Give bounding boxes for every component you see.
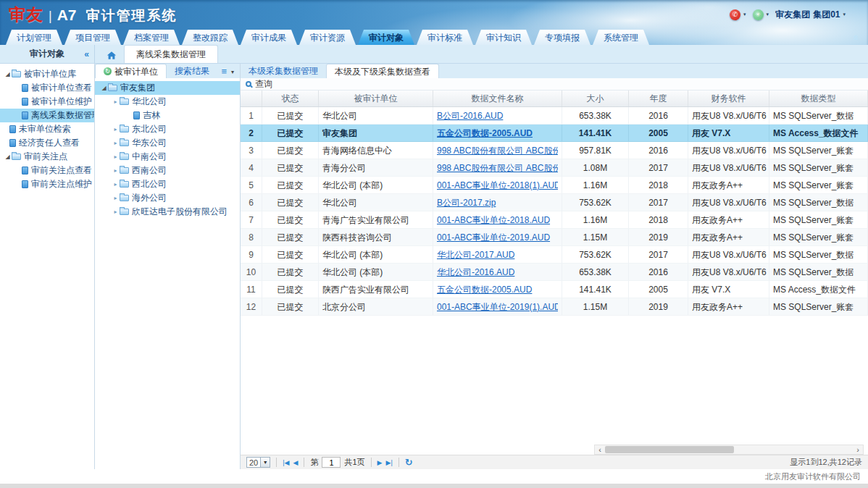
list-menu-icon[interactable]: ≡ [220, 66, 228, 78]
table-row[interactable]: 2已提交审友集团五金公司数据-2005.AUD141.41K2005用友 V7.… [241, 125, 868, 142]
data-file-link[interactable]: 华北公司-2016.AUD [437, 264, 558, 281]
nav-tab-special-report[interactable]: 专项填报 [534, 30, 591, 45]
data-file-link[interactable]: B公司-2017.zip [437, 194, 558, 211]
first-page-button[interactable]: |◀ [283, 459, 289, 466]
table-row[interactable]: 4已提交青海分公司998 ABC股份有限公司 ABC股份有限公司1.08M201… [241, 159, 868, 177]
home-icon[interactable] [107, 51, 117, 60]
nav-tab-audit-resources[interactable]: 审计资源 [299, 30, 356, 45]
page-size-select[interactable]: 20 ▼ [246, 457, 270, 468]
org-node-southwest[interactable]: ▸西南公司 [95, 164, 240, 177]
nav-tab-plan-mgmt[interactable]: 计划管理 [6, 30, 62, 45]
collapse-sidebar-icon[interactable]: « [84, 49, 89, 59]
table-row[interactable]: 7已提交青海广告实业有限公司001-ABC事业单位-2018.AUD1.16M2… [241, 211, 868, 229]
org-node-group[interactable]: ◢审友集团 [95, 81, 240, 95]
data-file-link[interactable]: 五金公司数据-2005.AUD [437, 281, 558, 298]
collapsed-arrow-icon[interactable]: ▸ [112, 126, 120, 132]
org-node-central-south[interactable]: ▸中南公司 [95, 150, 240, 164]
next-page-button[interactable]: ▶ [377, 459, 383, 466]
data-file-link[interactable]: 998 ABC股份有限公司 ABC股份有限公司 [437, 142, 558, 159]
page-number-input[interactable] [322, 457, 341, 468]
nav-tab-audit-objects[interactable]: 审计对象 [358, 30, 414, 45]
nav-tab-system-mgmt[interactable]: 系统管理 [593, 30, 649, 45]
data-file-link[interactable]: 华北公司-2017.AUD [437, 246, 558, 264]
expanded-arrow-icon[interactable]: ◢ [4, 71, 12, 77]
sidebar-item-pre-audit-focus[interactable]: ◢审前关注点 [0, 150, 94, 164]
table-row[interactable]: 11已提交陕西广告实业有限公司五金公司数据-2005.AUD141.41K200… [241, 281, 868, 298]
collapsed-arrow-icon[interactable]: ▸ [112, 209, 120, 215]
breadcrumb-tab[interactable]: 离线采集数据管理 [124, 45, 218, 63]
column-header-7[interactable]: 数据类型 [769, 91, 868, 106]
column-header-4[interactable]: 大小 [562, 91, 629, 106]
scrollbar-track[interactable] [605, 445, 853, 454]
collapsed-arrow-icon[interactable]: ▸ [112, 181, 120, 188]
column-header-5[interactable]: 年度 [629, 91, 688, 106]
table-row[interactable]: 3已提交青海网络信息中心998 ABC股份有限公司 ABC股份有限公司957.8… [241, 142, 868, 159]
org-node-northwest[interactable]: ▸西北公司 [95, 177, 240, 191]
chevron-down-icon[interactable]: ▾ [228, 69, 240, 78]
table-row[interactable]: 6已提交华北公司B公司-2017.zip753.62K2017用友U8 V8.x… [241, 194, 868, 211]
table-row[interactable]: 10已提交华北公司 (本部)华北公司-2016.AUD653.38K2016用友… [241, 264, 868, 281]
collapsed-arrow-icon[interactable]: ▸ [112, 167, 120, 174]
tab-local-and-sub-data-view[interactable]: 本级及下级采集数据查看 [326, 64, 439, 78]
last-page-button[interactable]: ▶| [385, 459, 392, 466]
nav-tab-audit-results[interactable]: 审计成果 [241, 30, 297, 45]
org-node-xinwangda[interactable]: ▸欣旺达电子股份有限公司 [95, 205, 240, 219]
data-file-link[interactable]: 五金公司数据-2005.AUD [437, 125, 558, 142]
sidebar-item-unaudited-search[interactable]: 未审单位检索 [0, 122, 94, 136]
scroll-left-icon[interactable]: ‹ [595, 445, 605, 454]
nav-tab-audit-standards[interactable]: 审计标准 [417, 30, 473, 45]
tab-local-data-mgmt[interactable]: 本级采集数据管理 [241, 64, 326, 78]
phone-icon[interactable]: ✆ [730, 9, 740, 20]
refresh-icon[interactable]: ↻ [405, 457, 413, 468]
expanded-arrow-icon[interactable]: ◢ [100, 85, 108, 91]
column-header-2[interactable]: 被审计单位 [319, 91, 433, 106]
table-row[interactable]: 9已提交华北公司 (本部)华北公司-2017.AUD753.62K2017用友U… [241, 246, 868, 264]
column-header-3[interactable]: 数据文件名称 [433, 91, 562, 106]
column-header-6[interactable]: 财务软件 [688, 91, 769, 106]
sidebar-item-unit-maintain[interactable]: 被审计单位维护 [0, 95, 94, 109]
nav-tab-archive-mgmt[interactable]: 档案管理 [123, 30, 180, 45]
column-header-1[interactable]: 状态 [262, 91, 319, 106]
prev-page-button[interactable]: ◀ [293, 459, 299, 466]
tab-search-results[interactable]: 搜索结果 [167, 64, 217, 78]
table-row[interactable]: 8已提交陕西科技咨询公司001-ABC事业单位-2019.AUD1.15M201… [241, 229, 868, 246]
scrollbar-thumb[interactable] [605, 446, 734, 453]
collapsed-arrow-icon[interactable]: ▸ [112, 140, 120, 146]
sidebar-item-focus-view[interactable]: 审前关注点查看 [0, 164, 94, 177]
tab-audited-units[interactable]: ↻ 被审计单位 [95, 64, 167, 78]
data-file-link[interactable]: 001-ABC事业单位-2018.AUD [437, 211, 558, 229]
collapsed-arrow-icon[interactable]: ▸ [112, 98, 120, 105]
org-node-overseas[interactable]: ▸海外公司 [95, 191, 240, 205]
nav-tab-audit-knowledge[interactable]: 审计知识 [475, 30, 532, 45]
data-file-link[interactable]: 001-ABC事业单位-2019.AUD [437, 229, 558, 246]
nav-tab-rectify-track[interactable]: 整改跟踪 [182, 30, 238, 45]
query-button[interactable]: 查询 [255, 78, 272, 91]
table-row[interactable]: 1已提交华北公司B公司-2016.AUD653.38K2016用友U8 V8.x… [241, 107, 868, 125]
org-node-northeast[interactable]: ▸东北公司 [95, 122, 240, 136]
sidebar-item-unit-library[interactable]: ◢被审计单位库 [0, 67, 94, 81]
horizontal-scrollbar[interactable]: ‹ › [594, 445, 864, 455]
expanded-arrow-icon[interactable]: ◢ [4, 153, 12, 160]
scroll-right-icon[interactable]: › [853, 445, 863, 454]
table-row[interactable]: 5已提交华北公司 (本部)001-ABC事业单位-2018(1).AUD1.16… [241, 177, 868, 194]
star-icon[interactable]: ✳ [753, 9, 764, 20]
data-file-link[interactable]: 001-ABC事业单位-2019(1).AUD [437, 298, 558, 316]
data-file-link[interactable]: 998 ABC股份有限公司 ABC股份有限公司 [437, 159, 558, 177]
collapse-header-icon[interactable]: « [851, 35, 862, 41]
org-node-north-china[interactable]: ▸华北公司 [95, 95, 240, 109]
sidebar-item-unit-view[interactable]: 被审计单位查看 [0, 81, 94, 95]
collapsed-arrow-icon[interactable]: ▸ [112, 153, 120, 160]
sidebar-item-eco-responsible-view[interactable]: 经济责任人查看 [0, 136, 94, 150]
org-node-jilin[interactable]: 吉林 [95, 109, 240, 122]
org-node-east-china[interactable]: ▸华东公司 [95, 136, 240, 150]
chevron-down-icon[interactable]: ▾ [743, 12, 746, 17]
sidebar-item-focus-maintain[interactable]: 审前关注点维护 [0, 177, 94, 191]
chevron-down-icon[interactable]: ▾ [843, 12, 846, 17]
collapsed-arrow-icon[interactable]: ▸ [112, 195, 120, 201]
nav-tab-project-mgmt[interactable]: 项目管理 [64, 30, 121, 45]
sidebar-item-offline-data-mgmt[interactable]: 离线采集数据管理 [0, 109, 94, 122]
data-file-link[interactable]: B公司-2016.AUD [437, 107, 558, 125]
user-account[interactable]: 集团01 [813, 9, 840, 21]
table-row[interactable]: 12已提交北京分公司001-ABC事业单位-2019(1).AUD1.15M20… [241, 298, 868, 316]
data-file-link[interactable]: 001-ABC事业单位-2018(1).AUD [437, 177, 558, 194]
